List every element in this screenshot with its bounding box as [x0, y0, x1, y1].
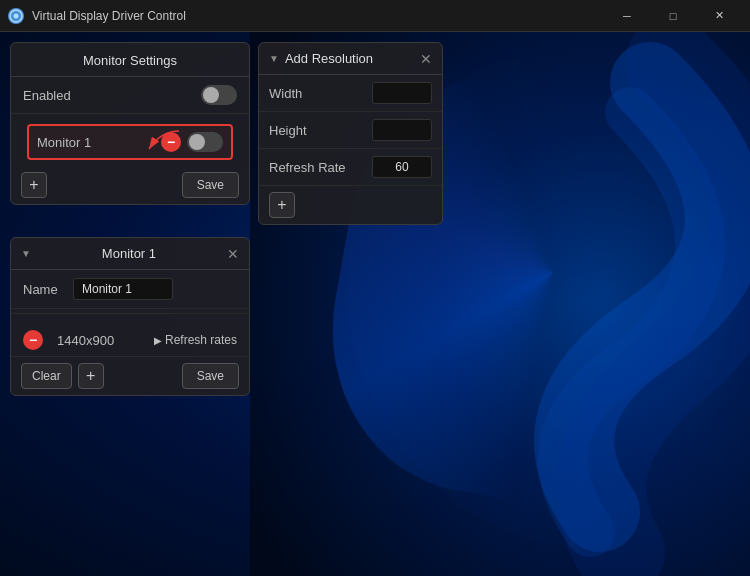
window-controls: ─ □ ✕ [604, 0, 742, 32]
monitor1-detail-title: Monitor 1 [37, 246, 221, 261]
enabled-row: Enabled [11, 77, 249, 114]
monitor1-detail-header: ▼ Monitor 1 ✕ [11, 238, 249, 270]
add-resolution-panel: ▼ Add Resolution ✕ Width Height Refresh … [258, 42, 443, 225]
refresh-rate-input[interactable] [372, 156, 432, 178]
add-res-bottom-row: + [259, 186, 442, 224]
monitor-settings-panel: Monitor Settings Enabled Monitor 1 − + [10, 42, 250, 205]
main-content: Monitor Settings Enabled Monitor 1 − + [0, 32, 750, 576]
monitor1-detail-bottom-row: Clear + Save [11, 356, 249, 395]
monitor-settings-save-button[interactable]: Save [182, 172, 239, 198]
monitor1-detail-save-button[interactable]: Save [182, 363, 239, 389]
monitor1-name: Monitor 1 [37, 135, 161, 150]
refresh-rates-link[interactable]: Refresh rates [154, 333, 237, 347]
monitor1-container: Monitor 1 − [11, 114, 249, 160]
titlebar: Virtual Display Driver Control ─ □ ✕ [0, 0, 750, 32]
maximize-button[interactable]: □ [650, 0, 696, 32]
svg-point-2 [14, 13, 19, 18]
app-icon [8, 8, 24, 24]
monitor1-remove-button[interactable]: − [161, 132, 181, 152]
height-label: Height [269, 123, 372, 138]
enabled-label: Enabled [23, 88, 201, 103]
detail-collapse-icon: ▼ [21, 248, 31, 259]
height-input[interactable] [372, 119, 432, 141]
window-title: Virtual Display Driver Control [32, 9, 604, 23]
refresh-rate-row: Refresh Rate [259, 149, 442, 186]
height-row: Height [259, 112, 442, 149]
width-input[interactable] [372, 82, 432, 104]
resolution-row: − 1440x900 Refresh rates [11, 324, 249, 356]
divider [11, 313, 249, 314]
monitor1-toggle[interactable] [187, 132, 223, 152]
clear-button[interactable]: Clear [21, 363, 72, 389]
monitor-settings-bottom-row: + Save [11, 166, 249, 204]
monitor-settings-header: Monitor Settings [11, 43, 249, 77]
monitor1-detail-close-button[interactable]: ✕ [227, 247, 239, 261]
monitor1-detail-panel: ▼ Monitor 1 ✕ Name − 1440x900 Refresh ra… [10, 237, 250, 396]
minimize-button[interactable]: ─ [604, 0, 650, 32]
resolution-remove-button[interactable]: − [23, 330, 43, 350]
name-label: Name [23, 282, 73, 297]
enabled-toggle[interactable] [201, 85, 237, 105]
add-resolution-header: ▼ Add Resolution ✕ [259, 43, 442, 75]
width-label: Width [269, 86, 372, 101]
add-resolution-title: Add Resolution [285, 51, 414, 66]
add-monitor-button[interactable]: + [21, 172, 47, 198]
monitor-name-input[interactable] [73, 278, 173, 300]
add-resolution-detail-button[interactable]: + [78, 363, 104, 389]
collapse-icon: ▼ [269, 53, 279, 64]
add-resolution-close-button[interactable]: ✕ [420, 52, 432, 66]
add-resolution-button[interactable]: + [269, 192, 295, 218]
width-row: Width [259, 75, 442, 112]
close-button[interactable]: ✕ [696, 0, 742, 32]
refresh-rate-label: Refresh Rate [269, 160, 372, 175]
monitor1-row: Monitor 1 − [27, 124, 233, 160]
detail-name-row: Name [11, 270, 249, 309]
resolution-value: 1440x900 [57, 333, 114, 348]
